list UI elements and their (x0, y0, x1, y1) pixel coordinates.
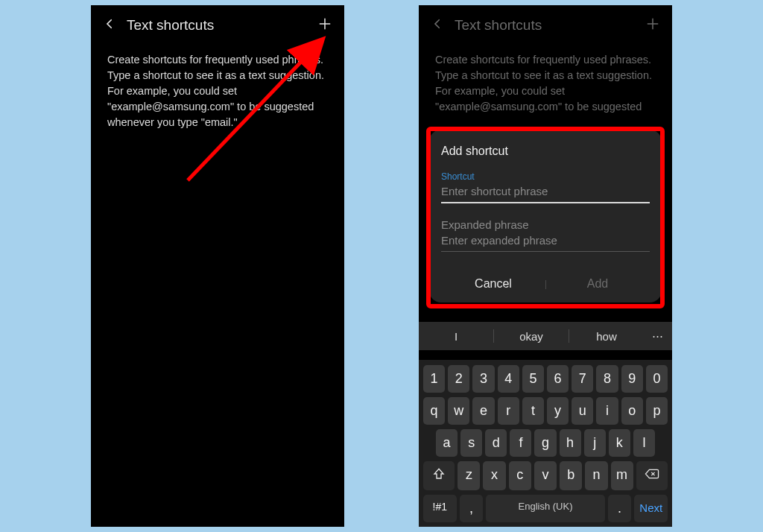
suggestion-word[interactable]: I (419, 330, 493, 343)
backspace-key[interactable] (636, 461, 668, 490)
expanded-field-block: Expanded phrase (441, 218, 650, 252)
key-row-asdf: a s d f g h j k l (422, 429, 669, 457)
key-9[interactable]: 9 (621, 365, 643, 393)
space-key[interactable]: English (UK) (486, 495, 604, 522)
suggestions-more-icon[interactable]: ⋯ (644, 329, 672, 343)
dialog-button-row: Cancel Add (441, 267, 650, 303)
key-p[interactable]: p (646, 397, 668, 425)
key-0[interactable]: 0 (646, 365, 668, 393)
suggestion-word[interactable]: how (569, 330, 644, 343)
add-icon (645, 16, 660, 34)
key-b[interactable]: b (560, 461, 582, 490)
key-i[interactable]: i (596, 397, 618, 425)
back-icon[interactable] (103, 17, 116, 34)
key-q[interactable]: q (423, 397, 445, 425)
page-title: Text shortcuts (455, 17, 635, 34)
add-shortcut-dialog: Add shortcut Shortcut Expanded phrase Ca… (429, 130, 662, 303)
key-w[interactable]: w (448, 397, 469, 425)
key-l[interactable]: l (633, 429, 655, 457)
on-screen-keyboard: 1 2 3 4 5 6 7 8 9 0 q w e r t y u i o p … (419, 360, 672, 527)
phone-screenshot-left: Text shortcuts Create shortcuts for freq… (91, 5, 344, 527)
key-row-qwerty: q w e r t y u i o p (422, 397, 669, 425)
key-u[interactable]: u (572, 397, 593, 425)
key-8[interactable]: 8 (596, 365, 618, 393)
key-row-zxcv: z x c v b n m (422, 461, 669, 490)
key-x[interactable]: x (483, 461, 505, 490)
symbols-key[interactable]: !#1 (423, 495, 457, 522)
key-4[interactable]: 4 (498, 365, 519, 393)
key-m[interactable]: m (611, 461, 633, 490)
back-icon (431, 17, 444, 34)
key-h[interactable]: h (560, 429, 581, 457)
period-key[interactable]: . (608, 495, 632, 522)
key-v[interactable]: v (534, 461, 557, 490)
key-a[interactable]: a (436, 429, 458, 457)
key-t[interactable]: t (522, 397, 544, 425)
phone-screenshot-right: Text shortcuts Create shortcuts for freq… (419, 5, 672, 527)
key-d[interactable]: d (485, 429, 507, 457)
key-row-numbers: 1 2 3 4 5 6 7 8 9 0 (422, 365, 669, 393)
expanded-label: Expanded phrase (441, 218, 650, 231)
key-g[interactable]: g (534, 429, 556, 457)
cancel-button[interactable]: Cancel (441, 277, 545, 291)
app-header: Text shortcuts (91, 5, 344, 40)
key-3[interactable]: 3 (472, 365, 494, 393)
key-s[interactable]: s (460, 429, 482, 457)
key-f[interactable]: f (510, 429, 531, 457)
suggestion-word[interactable]: okay (494, 330, 569, 343)
expanded-input[interactable] (441, 231, 650, 252)
comma-key[interactable]: , (460, 495, 484, 522)
key-n[interactable]: n (585, 461, 607, 490)
next-key[interactable]: Next (634, 495, 668, 522)
shortcut-field-block: Shortcut (441, 171, 650, 203)
key-j[interactable]: j (584, 429, 606, 457)
page-description: Create shortcuts for frequently used phr… (91, 40, 344, 130)
key-z[interactable]: z (458, 461, 480, 490)
key-2[interactable]: 2 (448, 365, 469, 393)
key-row-bottom: !#1 , English (UK) . Next (422, 495, 669, 522)
key-c[interactable]: c (509, 461, 531, 490)
key-6[interactable]: 6 (547, 365, 569, 393)
page-description-dim: Create shortcuts for frequently used phr… (419, 40, 672, 115)
key-1[interactable]: 1 (423, 365, 445, 393)
add-button[interactable]: Add (545, 277, 650, 291)
key-7[interactable]: 7 (572, 365, 593, 393)
key-r[interactable]: r (498, 397, 519, 425)
dialog-title: Add shortcut (441, 145, 650, 158)
key-k[interactable]: k (609, 429, 630, 457)
app-header-dim: Text shortcuts (419, 5, 672, 40)
key-e[interactable]: e (472, 397, 494, 425)
key-o[interactable]: o (621, 397, 643, 425)
keyboard-suggestion-bar: I okay how ⋯ (419, 322, 672, 350)
shortcut-label: Shortcut (441, 171, 650, 182)
page-title: Text shortcuts (127, 17, 307, 34)
shift-key[interactable] (423, 461, 455, 490)
shortcut-input[interactable] (441, 182, 650, 203)
key-5[interactable]: 5 (522, 365, 544, 393)
add-icon[interactable] (317, 16, 332, 34)
key-y[interactable]: y (547, 397, 569, 425)
